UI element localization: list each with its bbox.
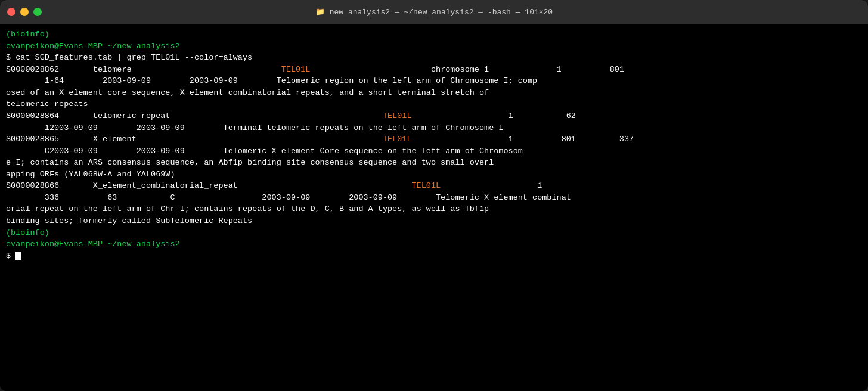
terminal-window: 📁 new_analysis2 — ~/new_analysis2 — -bas… [0, 0, 868, 391]
line-data4: S0000028866 X_element_combinatorial_repe… [6, 180, 862, 192]
traffic-lights [7, 8, 42, 16]
line-data1b: 1-64 2003-09-09 2003-09-09 Telomeric reg… [6, 75, 862, 87]
minimize-button[interactable] [20, 8, 29, 16]
line-cmd1: $ cat SGD_features.tab | grep TEL01L --c… [6, 52, 862, 64]
titlebar: 📁 new_analysis2 — ~/new_analysis2 — -bas… [0, 0, 868, 24]
line-data2: S0000028864 telomeric_repeat TEL01L 1 62 [6, 110, 862, 122]
line-data1c: osed of an X element core sequence, X el… [6, 87, 862, 99]
terminal-cursor [16, 252, 21, 260]
line-prompt3: $ [6, 250, 862, 262]
folder-icon: 📁 [315, 8, 330, 17]
line-prompt2: evanpeikon@Evans-MBP ~/new_analysis2 [6, 238, 862, 250]
line-bioinfo1: (bioinfo) [6, 29, 862, 41]
line-data3d: apping ORFs (YAL068W-A and YAL069W) [6, 169, 862, 181]
line-data4d: binding sites; formerly called SubTelome… [6, 215, 862, 227]
maximize-button[interactable] [33, 8, 42, 16]
line-data1: S0000028862 telomere TEL01L chromosome 1… [6, 64, 862, 76]
line-data3: S0000028865 X_element TEL01L 1 801 337 [6, 134, 862, 145]
line-data3b: C2003-09-09 2003-09-09 Telomeric X eleme… [6, 145, 862, 157]
terminal-body[interactable]: (bioinfo) evanpeikon@Evans-MBP ~/new_ana… [0, 24, 868, 391]
line-data4c: orial repeat on the left arm of Chr I; c… [6, 203, 862, 215]
line-data2b: 12003-09-09 2003-09-09 Terminal telomeri… [6, 122, 862, 134]
window-title: 📁 new_analysis2 — ~/new_analysis2 — -bas… [315, 7, 553, 17]
line-prompt1: evanpeikon@Evans-MBP ~/new_analysis2 [6, 41, 862, 52]
line-data4b: 336 63 C 2003-09-09 2003-09-09 Telomeric… [6, 192, 862, 204]
line-bioinfo2: (bioinfo) [6, 227, 862, 239]
close-button[interactable] [7, 8, 16, 16]
line-data3c: e I; contains an ARS consensus sequence,… [6, 157, 862, 169]
line-data1d: telomeric repeats [6, 98, 862, 110]
